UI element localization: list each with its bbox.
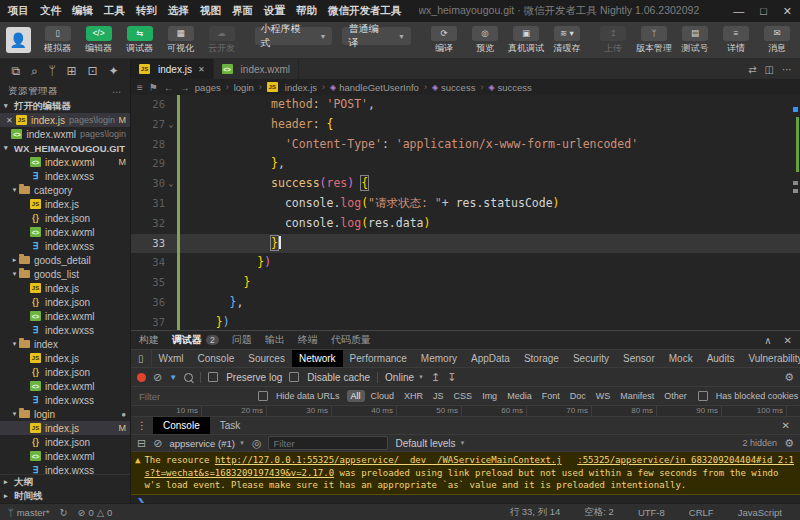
statusbar-item-2[interactable]: UTF-8 [638,506,665,519]
maximize-button[interactable]: □ [760,5,767,18]
back-icon[interactable]: ← [164,82,174,93]
menu-item-2[interactable]: 编辑 [72,4,93,16]
outline-section[interactable]: ▸ 大纲 [0,475,130,489]
export-har-icon[interactable]: ↧ [447,372,456,383]
panel-tab-构建[interactable]: 构建 [139,333,159,347]
more-actions-icon[interactable]: ⋯ [782,64,792,75]
devtools-tab-security[interactable]: Security [566,350,616,367]
filter-pill-xhr[interactable]: XHR [400,390,427,402]
panel-tab-输出[interactable]: 输出 [265,333,285,347]
disable-cache-checkbox[interactable]: Disable cache [289,372,370,383]
editor-tab-index.js[interactable]: JSindex.js✕ [131,59,214,79]
devtools-tab-performance[interactable]: Performance [343,350,414,367]
statusbar-item-0[interactable]: 行 33, 列 14 [510,506,561,519]
fold-icon[interactable]: ⌄ [165,174,177,194]
breadcrumb-item[interactable]: JSindex.js [267,82,317,93]
package-icon[interactable]: ⊡ [88,64,98,78]
breadcrumb-item[interactable]: ◈success [488,82,531,93]
filter-pill-media[interactable]: Media [503,390,536,402]
problems-indicator[interactable]: ⊘ 0 △ 0 [77,507,112,518]
open-editor-item[interactable]: ✕JSindex.jspages\loginM [0,113,130,127]
menu-item-7[interactable]: 界面 [232,4,253,16]
sync-icon[interactable]: ↻ [59,507,67,518]
console-sidebar-icon[interactable]: ⊟ [137,438,146,449]
breadcrumb-item[interactable]: ◈success [432,82,475,93]
network-filter-input[interactable] [137,389,251,403]
breadcrumb-item[interactable]: pages [195,82,221,93]
tree-folder[interactable]: ▾login● [0,407,130,421]
devtools-tab-vulnerability[interactable]: Vulnerability [741,350,800,367]
editor-tab-index.wxml[interactable]: <>index.wxml [214,59,299,79]
record-button[interactable] [137,373,146,382]
menu-item-0[interactable]: 项目 [8,4,29,16]
tree-file[interactable]: JSindex.js [0,351,130,365]
devtools-tab-audits[interactable]: Audits [700,350,742,367]
compile-button[interactable]: ⟳编译 [427,26,461,55]
git-branch-indicator[interactable]: ᛘ master* [8,507,49,518]
filter-pill-font[interactable]: Font [538,390,564,402]
filter-pill-js[interactable]: JS [429,390,448,402]
tree-file[interactable]: ∃index.wxss [0,463,130,474]
open-editor-item[interactable]: <>index.wxmlpages\login [0,127,130,141]
drawer-close-icon[interactable]: ✕ [772,417,800,434]
devtools-tab-mock[interactable]: Mock [662,350,700,367]
tree-file[interactable]: <>index.wxml [0,449,130,463]
breadcrumb-item[interactable]: ◈handleGetUserInfo [330,82,419,93]
filter-funnel-icon[interactable]: ▼ [169,373,177,382]
drawer-tab-task[interactable]: Task [210,417,251,434]
source-control-icon[interactable]: ᛘ [49,64,56,78]
visualization-button[interactable]: ▦可视化 [164,26,198,55]
code-editor[interactable]: 26 method: 'POST',27⌄ header: {28 'Conte… [131,95,800,330]
outline-list-icon[interactable]: ≡ [137,82,143,93]
console-settings-icon[interactable]: ⚙ [784,438,794,449]
preserve-log-checkbox[interactable]: Preserve log [208,372,282,383]
panel-tab-调试器[interactable]: 调试器2 [172,333,219,347]
panel-close-icon[interactable]: ✕ [784,335,792,346]
breadcrumb-item[interactable]: login [234,82,254,93]
fold-icon[interactable]: ⌄ [165,115,177,135]
menu-item-4[interactable]: 转到 [136,4,157,16]
tree-file[interactable]: <>index.wxmlM [0,155,130,169]
drawer-menu-icon[interactable]: ⋮ [131,417,153,434]
version-control-button[interactable]: ᛘ版本管理 [637,26,671,55]
filter-pill-other[interactable]: Other [660,390,691,402]
devtools-tab-wxml[interactable]: Wxml [152,350,191,367]
device-debug-button[interactable]: ▣真机调试 [509,26,543,55]
log-levels-select[interactable]: Default levels▼ [395,438,465,449]
statusbar-item-4[interactable]: JavaScript [738,506,782,519]
panel-tab-代码质量[interactable]: 代码质量 [331,333,371,347]
timeline-section[interactable]: ▸ 时间线 [0,489,130,503]
tree-file[interactable]: ∃index.wxss [0,393,130,407]
panel-expand-icon[interactable]: ∧ [764,335,771,346]
search-icon[interactable] [184,373,193,382]
tree-file[interactable]: ∃index.wxss [0,323,130,337]
execution-context-select[interactable]: appservice (#1)▼ [169,438,244,449]
search-icon[interactable]: ⌕ [31,64,38,78]
devtools-tab-network[interactable]: Network [292,350,343,367]
test-account-button[interactable]: ▤测试号 [678,26,712,55]
menu-item-1[interactable]: 文件 [40,4,61,16]
filter-pill-css[interactable]: CSS [450,390,477,402]
panel-tab-问题[interactable]: 问题 [232,333,252,347]
filter-pill-ws[interactable]: WS [592,390,615,402]
device-toolbar-icon[interactable]: ▯ [131,350,152,367]
close-button[interactable]: ✕ [783,5,792,18]
tree-folder[interactable]: ▾index [0,337,130,351]
devtools-tab-console[interactable]: Console [191,350,242,367]
tree-file[interactable]: {}index.json [0,435,130,449]
statusbar-item-3[interactable]: CRLF [689,506,714,519]
tree-folder[interactable]: ▾category [0,183,130,197]
drawer-tab-console[interactable]: Console [153,417,210,434]
tree-file[interactable]: JSindex.jsM [0,421,130,435]
throttling-select[interactable]: Online▼ [385,372,424,383]
compile-select[interactable]: 普通编译▼ [342,27,411,45]
panel-tab-终端[interactable]: 终端 [298,333,318,347]
hide-data-urls-checkbox[interactable]: Hide data URLs [258,391,340,401]
tree-file[interactable]: <>index.wxml [0,379,130,393]
clear-cache-button[interactable]: ≋ ▾清缓存 [550,26,584,55]
details-button[interactable]: ≡详情 [719,26,753,55]
tree-file[interactable]: <>index.wxml [0,309,130,323]
filter-pill-cloud[interactable]: Cloud [367,390,399,402]
files-icon[interactable]: ⧉ [11,64,20,78]
tree-file[interactable]: ∃index.wxss [0,169,130,183]
